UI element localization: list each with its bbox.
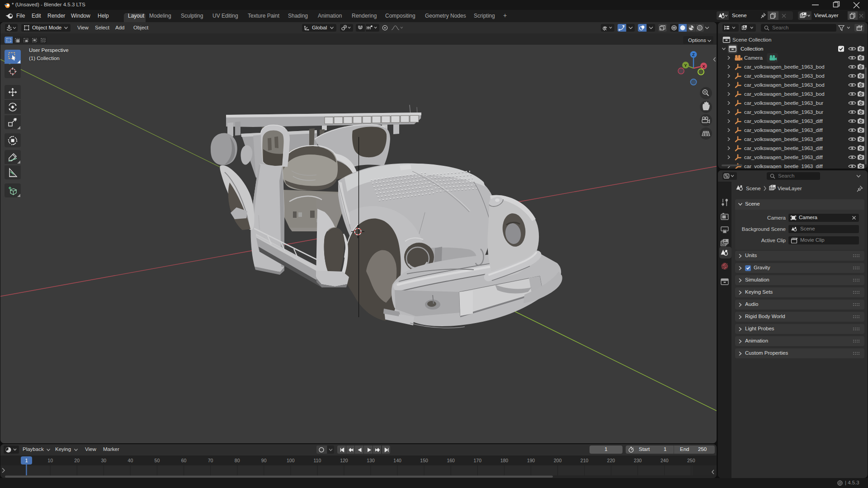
svg-text:90: 90 bbox=[261, 458, 267, 463]
svg-text:220: 220 bbox=[607, 458, 615, 463]
svg-text:190: 190 bbox=[527, 458, 535, 463]
svg-text:210: 210 bbox=[580, 458, 589, 463]
svg-text:car_volkswagen_beetle_1963_dif: car_volkswagen_beetle_1963_diff bbox=[744, 118, 823, 124]
svg-text:car_volkswagen_beetle_1963_dif: car_volkswagen_beetle_1963_diff bbox=[744, 164, 823, 169]
svg-text:Camera: Camera bbox=[744, 55, 763, 61]
svg-text:40: 40 bbox=[128, 458, 133, 463]
svg-text:80: 80 bbox=[235, 458, 240, 463]
svg-text:car_volkswagen_beetle_1963_dif: car_volkswagen_beetle_1963_diff bbox=[744, 127, 823, 133]
svg-text:car_volkswagen_beetle_1963_bod: car_volkswagen_beetle_1963_bod bbox=[744, 82, 825, 88]
svg-text:230: 230 bbox=[634, 458, 642, 463]
svg-text:160: 160 bbox=[447, 458, 455, 463]
svg-text:car_volkswagen_beetle_1963_dif: car_volkswagen_beetle_1963_diff bbox=[744, 136, 823, 142]
svg-text:120: 120 bbox=[340, 458, 348, 463]
svg-text:200: 200 bbox=[554, 458, 562, 463]
svg-text:Scene Collection: Scene Collection bbox=[732, 37, 771, 42]
svg-text:Collection: Collection bbox=[741, 46, 764, 52]
svg-text:130: 130 bbox=[367, 458, 375, 463]
svg-text:car_volkswagen_beetle_1963_bur: car_volkswagen_beetle_1963_bur bbox=[744, 100, 823, 106]
svg-text:car_volkswagen_beetle_1963_bod: car_volkswagen_beetle_1963_bod bbox=[744, 73, 825, 79]
svg-text:150: 150 bbox=[420, 458, 428, 463]
svg-text:110: 110 bbox=[314, 458, 321, 463]
svg-text:140: 140 bbox=[393, 458, 401, 463]
svg-text:10: 10 bbox=[47, 458, 53, 463]
svg-text:250: 250 bbox=[687, 458, 695, 463]
svg-text:60: 60 bbox=[181, 458, 187, 463]
svg-text:70: 70 bbox=[208, 458, 213, 463]
svg-text:20: 20 bbox=[74, 458, 80, 463]
svg-text:Scene: Scene bbox=[746, 186, 761, 191]
svg-text:car_volkswagen_beetle_1963_dif: car_volkswagen_beetle_1963_diff bbox=[744, 155, 823, 160]
svg-text:car_volkswagen_beetle_1963_dif: car_volkswagen_beetle_1963_diff bbox=[744, 145, 823, 151]
svg-text:50: 50 bbox=[155, 458, 160, 463]
svg-text:170: 170 bbox=[474, 458, 482, 463]
svg-text:30: 30 bbox=[101, 458, 106, 463]
svg-text:1: 1 bbox=[25, 458, 28, 463]
svg-text:ViewLayer: ViewLayer bbox=[778, 186, 802, 191]
svg-text:Z: Z bbox=[692, 52, 695, 57]
svg-text:car_volkswagen_beetle_1963_bur: car_volkswagen_beetle_1963_bur bbox=[744, 109, 823, 115]
svg-text:X: X bbox=[702, 64, 705, 69]
svg-text:100: 100 bbox=[287, 458, 295, 463]
svg-text:240: 240 bbox=[660, 458, 669, 463]
svg-text:car_volkswagen_beetle_1963_bod: car_volkswagen_beetle_1963_bod bbox=[744, 91, 825, 97]
svg-text:180: 180 bbox=[500, 458, 509, 463]
svg-text:car_volkswagen_beetle_1963_bod: car_volkswagen_beetle_1963_bod bbox=[744, 64, 825, 70]
svg-text:Y: Y bbox=[684, 63, 687, 68]
